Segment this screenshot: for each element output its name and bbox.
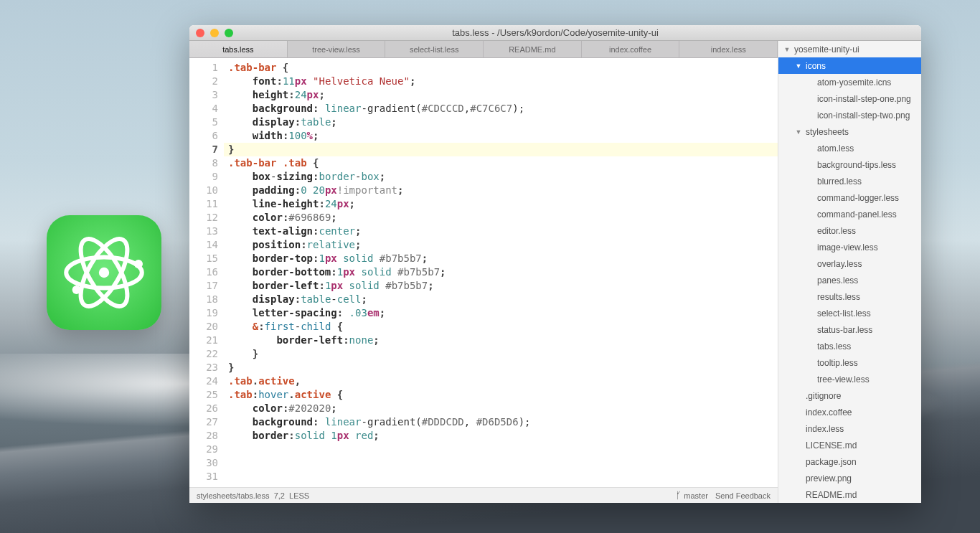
tree-item-index-less[interactable]: index.less (778, 420, 921, 437)
code-editor[interactable]: 1 2 3 4 5 6 7 8 9 10 11 12 13 14 15 16 1… (189, 58, 778, 487)
tree-item-label: LICENSE.md (803, 440, 857, 451)
tree-item-LICENSE-md[interactable]: LICENSE.md (778, 437, 921, 453)
git-branch[interactable]: ᚶmaster (676, 490, 708, 501)
tree-item-label: package.json (803, 457, 857, 467)
tree-item-label: icon-install-step-one.png (814, 94, 911, 104)
tree-item-label: editor.less (814, 226, 856, 236)
tree-item-results-less[interactable]: results.less (778, 288, 921, 305)
disclosure-triangle-icon[interactable]: ▼ (783, 46, 791, 53)
tree-item-icons[interactable]: ▼icons (778, 57, 921, 74)
svg-point-5 (72, 286, 81, 294)
tree-item--gitignore[interactable]: .gitignore (778, 387, 921, 404)
code-content[interactable]: .tab-bar { font:11px "Helvetica Neue"; h… (224, 58, 778, 487)
tab-bar: tabs.lesstree-view.lessselect-list.lessR… (189, 41, 778, 58)
tree-item-label: status-bar.less (814, 325, 872, 335)
editor-window: tabs.less - /Users/k9ordon/Code/yosemite… (189, 25, 921, 503)
tree-item-tabs-less[interactable]: tabs.less (778, 338, 921, 354)
branch-icon: ᚶ (676, 490, 682, 501)
tree-item-background-tips-less[interactable]: background-tips.less (778, 156, 921, 173)
tree-item-label: icon-install-step-two.png (814, 110, 910, 121)
tree-item-label: atom-yosemite.icns (814, 77, 891, 88)
svg-point-3 (99, 268, 109, 278)
tree-item-label: tabs.less (814, 341, 851, 352)
line-gutter[interactable]: 1 2 3 4 5 6 7 8 9 10 11 12 13 14 15 16 1… (189, 58, 224, 487)
tree-item-select-list-less[interactable]: select-list.less (778, 305, 921, 321)
tree-item-label: atom.less (814, 143, 854, 154)
tree-item-label: image-view.less (814, 242, 878, 253)
tree-item-stylesheets[interactable]: ▼stylesheets (778, 123, 921, 140)
tree-item-yosemite-unity-ui[interactable]: ▼yosemite-unity-ui (778, 41, 921, 57)
tree-item-index-coffee[interactable]: index.coffee (778, 404, 921, 420)
tree-item-preview-png[interactable]: preview.png (778, 470, 921, 486)
close-button[interactable] (196, 29, 204, 37)
tree-item-label: README.md (803, 490, 857, 500)
disclosure-triangle-icon[interactable]: ▼ (794, 62, 803, 70)
tree-item-label: command-panel.less (814, 209, 897, 220)
tree-item-label: preview.png (803, 473, 852, 484)
tab-tree-view-less[interactable]: tree-view.less (288, 41, 386, 57)
tree-item-label: tree-view.less (814, 374, 870, 385)
disclosure-triangle-icon[interactable]: ▼ (794, 128, 803, 136)
tab-index-coffee[interactable]: index.coffee (582, 41, 680, 57)
tree-item-tooltip-less[interactable]: tooltip.less (778, 354, 921, 371)
tree-item-label: background-tips.less (814, 160, 896, 170)
tree-item-overlay-less[interactable]: overlay.less (778, 255, 921, 272)
tree-item-label: results.less (814, 292, 860, 302)
tree-item-label: blurred.less (814, 176, 862, 187)
tree-item-editor-less[interactable]: editor.less (778, 222, 921, 239)
tree-item-label: command-logger.less (814, 193, 899, 203)
atom-app-icon[interactable] (47, 215, 161, 330)
tree-item-atom-yosemite-icns[interactable]: atom-yosemite.icns (778, 74, 921, 90)
tree-item-README-md[interactable]: README.md (778, 486, 921, 503)
tree-item-label: stylesheets (803, 127, 849, 137)
tab-README-md[interactable]: README.md (484, 41, 582, 57)
tree-item-command-logger-less[interactable]: command-logger.less (778, 189, 921, 206)
tree-item-atom-less[interactable]: atom.less (778, 140, 921, 156)
tree-item-image-view-less[interactable]: image-view.less (778, 239, 921, 255)
send-feedback-link[interactable]: Send Feedback (715, 491, 771, 500)
tree-item-package-json[interactable]: package.json (778, 453, 921, 470)
atom-logo-icon (61, 230, 147, 316)
status-path[interactable]: stylesheets/tabs.less (197, 491, 270, 500)
status-grammar[interactable]: LESS (289, 491, 309, 500)
tree-item-label: overlay.less (814, 259, 862, 269)
status-bar: stylesheets/tabs.less 7,2 LESS ᚶmaster S… (189, 487, 778, 503)
tree-item-label: index.less (803, 424, 844, 434)
tree-view[interactable]: ▼yosemite-unity-ui▼iconsatom-yosemite.ic… (778, 41, 921, 503)
traffic-lights (189, 29, 233, 37)
tree-item-label: yosemite-unity-ui (791, 44, 859, 55)
window-title: tabs.less - /Users/k9ordon/Code/yosemite… (452, 27, 659, 38)
tree-item-label: .gitignore (803, 391, 841, 401)
editor-pane: tabs.lesstree-view.lessselect-list.lessR… (189, 41, 778, 503)
tree-item-label: index.coffee (803, 407, 852, 418)
tab-tabs-less[interactable]: tabs.less (189, 41, 288, 57)
tree-item-panes-less[interactable]: panes.less (778, 272, 921, 288)
tree-item-tree-view-less[interactable]: tree-view.less (778, 371, 921, 387)
tab-index-less[interactable]: index.less (679, 41, 778, 57)
zoom-button[interactable] (225, 29, 233, 37)
tree-item-icon-install-step-one-png[interactable]: icon-install-step-one.png (778, 90, 921, 107)
tab-select-list-less[interactable]: select-list.less (385, 41, 484, 57)
tree-item-label: tooltip.less (814, 358, 858, 368)
tree-item-label: panes.less (814, 275, 858, 286)
svg-point-4 (134, 260, 143, 268)
tree-item-label: select-list.less (814, 308, 871, 319)
tree-item-icon-install-step-two-png[interactable]: icon-install-step-two.png (778, 107, 921, 123)
tree-item-blurred-less[interactable]: blurred.less (778, 173, 921, 189)
tree-item-label: icons (803, 61, 826, 71)
window-titlebar[interactable]: tabs.less - /Users/k9ordon/Code/yosemite… (189, 25, 921, 41)
status-cursor[interactable]: 7,2 (274, 491, 285, 500)
tree-item-status-bar-less[interactable]: status-bar.less (778, 321, 921, 338)
tree-item-command-panel-less[interactable]: command-panel.less (778, 206, 921, 222)
minimize-button[interactable] (210, 29, 219, 37)
